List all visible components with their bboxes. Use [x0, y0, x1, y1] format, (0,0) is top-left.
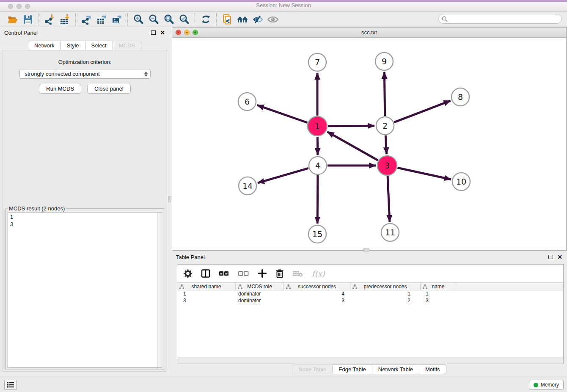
- column-type-icon: [238, 284, 242, 289]
- export-table-icon[interactable]: [94, 13, 109, 26]
- horizontal-splitter-handle[interactable]: [363, 248, 369, 251]
- tab-mcds[interactable]: MCDS: [113, 41, 141, 50]
- table-scrollbar-track[interactable]: [177, 357, 563, 364]
- edge-2-9[interactable]: [384, 72, 385, 116]
- tab-network-table[interactable]: Network Table: [372, 364, 419, 374]
- main-toolbar: [0, 12, 567, 27]
- optimization-criterion-select[interactable]: strongly connected component: [19, 69, 151, 79]
- mcds-result-scrollbar[interactable]: [157, 213, 162, 367]
- table-row[interactable]: 1dominator411: [177, 290, 563, 297]
- table-panel-content: f(x) shared nameMCDS rolesuccessor nodes…: [177, 264, 564, 364]
- column-header-shared-name[interactable]: shared name: [177, 283, 236, 290]
- edge-3-1[interactable]: [328, 132, 378, 160]
- memory-status-icon: [534, 383, 538, 387]
- optimization-criterion-label: Optimization criterion:: [3, 59, 167, 65]
- open-file-icon[interactable]: [5, 13, 20, 26]
- window-zoom-button[interactable]: [25, 4, 30, 9]
- tab-style[interactable]: Style: [61, 41, 85, 50]
- tab-network[interactable]: Network: [28, 41, 61, 50]
- status-bar: Memory: [0, 377, 567, 392]
- edge-1-2[interactable]: [328, 126, 374, 126]
- table-row[interactable]: 3dominator323: [177, 297, 563, 304]
- run-mcds-button[interactable]: Run MCDS: [39, 84, 81, 94]
- edge-4-15[interactable]: [317, 175, 318, 224]
- column-header-MCDS-role[interactable]: MCDS role: [236, 283, 284, 290]
- tab-node-table[interactable]: Node Table: [292, 364, 333, 374]
- show-all-networks-icon[interactable]: [235, 13, 250, 26]
- float-panel-icon[interactable]: [151, 30, 156, 35]
- select-stepper-icon: [144, 72, 148, 77]
- export-network-icon[interactable]: [79, 13, 94, 26]
- import-table-icon[interactable]: [57, 13, 72, 26]
- mcds-result-groupbox: MCDS result (2 nodes) 13: [6, 208, 164, 370]
- hide-selected-eye-icon[interactable]: [250, 13, 265, 26]
- zoom-out-icon[interactable]: [146, 13, 161, 26]
- select-all-checks-icon[interactable]: [219, 268, 230, 279]
- function-builder-icon: f(x): [312, 268, 325, 279]
- show-selected-eye-icon: [265, 13, 281, 26]
- network-canvas-svg[interactable]: 7968124314101511: [172, 38, 566, 250]
- mcds-result-item[interactable]: 1: [10, 213, 160, 221]
- show-column-icon[interactable]: [201, 268, 210, 279]
- deselect-all-checks-icon[interactable]: [238, 268, 249, 279]
- tab-select[interactable]: Select: [85, 41, 113, 50]
- toolbar-separator: [195, 13, 195, 26]
- float-table-panel-icon[interactable]: [548, 255, 553, 259]
- node-label-4: 4: [315, 161, 320, 170]
- criterion-value: strongly connected component: [25, 71, 144, 77]
- window-close-button[interactable]: [8, 4, 13, 9]
- node-table-header: shared nameMCDS rolesuccessor nodesprede…: [177, 282, 563, 290]
- settings-gear-icon[interactable]: [183, 268, 193, 279]
- column-header-successor-nodes[interactable]: successor nodes: [284, 283, 350, 290]
- edge-2-3[interactable]: [385, 135, 386, 154]
- window-minimize-button[interactable]: [17, 4, 22, 9]
- memory-button[interactable]: Memory: [529, 380, 564, 390]
- close-table-panel-icon[interactable]: ✕: [557, 255, 562, 259]
- save-session-icon[interactable]: [20, 13, 36, 26]
- search-field[interactable]: [438, 14, 562, 24]
- toolbar-separator: [127, 13, 128, 26]
- network-maximize-button[interactable]: +: [193, 30, 198, 35]
- zoom-fit-icon[interactable]: [161, 13, 176, 26]
- delete-table-icon: [292, 268, 303, 279]
- zoom-in-icon[interactable]: [131, 13, 146, 26]
- node-label-10: 10: [456, 177, 466, 186]
- network-view-window: × − + scc.txt 7968124314101511: [172, 27, 567, 251]
- search-input[interactable]: [449, 16, 555, 22]
- node-label-9: 9: [382, 57, 387, 66]
- export-image-icon[interactable]: [109, 13, 124, 26]
- mcds-panel-body: Optimization criterion: strongly connect…: [3, 50, 167, 372]
- network-window-titlebar[interactable]: × − + scc.txt: [172, 28, 566, 38]
- mcds-result-item[interactable]: 3: [10, 221, 160, 228]
- close-panel-icon[interactable]: ✕: [160, 30, 165, 35]
- tab-edge-table[interactable]: Edge Table: [333, 364, 372, 374]
- node-label-3: 3: [385, 161, 390, 170]
- column-header-predecessor-nodes[interactable]: predecessor nodes: [350, 283, 421, 290]
- edge-2-8[interactable]: [394, 101, 450, 122]
- delete-column-trash-icon[interactable]: [275, 268, 284, 279]
- edge-1-6[interactable]: [257, 105, 308, 123]
- zoom-selected-icon[interactable]: [176, 13, 192, 26]
- edge-3-11[interactable]: [388, 176, 390, 222]
- vertical-splitter-handle[interactable]: [168, 196, 171, 202]
- import-network-icon[interactable]: [42, 13, 57, 26]
- network-close-button[interactable]: ×: [176, 30, 181, 35]
- network-window-title: scc.txt: [172, 28, 566, 37]
- edge-4-14[interactable]: [258, 168, 308, 183]
- close-panel-button[interactable]: Close panel: [87, 84, 131, 94]
- refresh-icon[interactable]: [198, 13, 213, 26]
- table-toolbar: f(x): [177, 265, 563, 282]
- add-column-icon[interactable]: [258, 268, 267, 279]
- column-header-name[interactable]: name: [421, 283, 456, 290]
- network-minimize-button[interactable]: −: [184, 30, 190, 35]
- tab-motifs[interactable]: Motifs: [419, 364, 446, 374]
- node-label-15: 15: [312, 229, 322, 239]
- node-label-7: 7: [315, 58, 320, 67]
- list-icon: [7, 381, 14, 388]
- toolbar-separator: [39, 13, 39, 26]
- control-panel: Control Panel ✕ Network Style Select MCD…: [0, 27, 169, 377]
- copy-network-icon[interactable]: [220, 13, 235, 26]
- task-history-button[interactable]: [4, 380, 17, 390]
- mcds-result-list[interactable]: 13: [8, 212, 162, 368]
- edge-3-10[interactable]: [397, 168, 451, 179]
